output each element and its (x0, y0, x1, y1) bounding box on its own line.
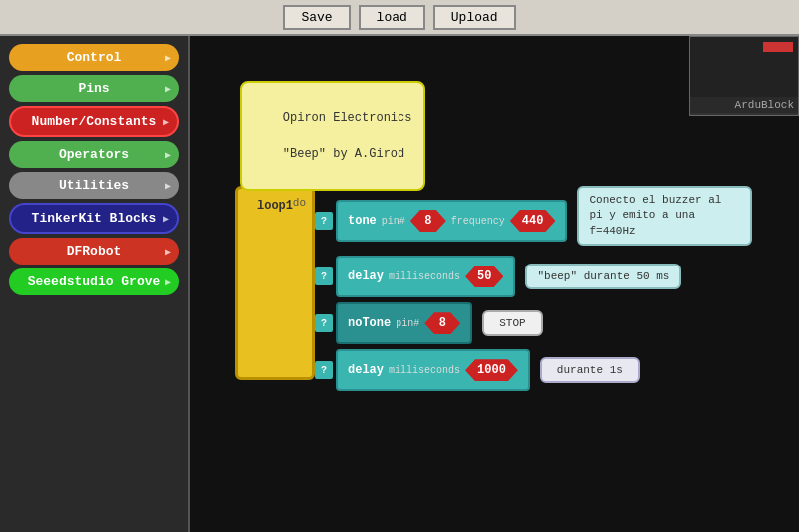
toolbar: Save load Upload (0, 0, 799, 36)
sidebar-item-tinkerkit[interactable]: TinkerKit Blocks (9, 203, 179, 234)
sidebar-item-operators[interactable]: Operators (9, 141, 179, 168)
notone-pin-value[interactable]: 8 (424, 312, 460, 334)
notone-label: noTone (348, 316, 391, 330)
notone-question[interactable]: ? (315, 314, 333, 332)
sidebar-item-numconstants[interactable]: Number/Constants (9, 106, 179, 137)
delay1-block[interactable]: delay milliseconds 50 (336, 256, 515, 297)
load-button[interactable]: load (359, 5, 425, 30)
tone-freq-value[interactable]: 440 (510, 210, 556, 232)
sidebar-item-control[interactable]: Control (9, 44, 179, 71)
delay2-block[interactable]: delay milliseconds 1000 (336, 349, 530, 391)
sidebar-item-utilities[interactable]: Utilities (9, 172, 179, 199)
delay1-ms-value[interactable]: 50 (465, 266, 503, 287)
sidebar-item-seeed[interactable]: Seeedstudio Grove (9, 268, 179, 295)
delay2-row: ? delay milliseconds 1000 durante 1s (315, 349, 752, 391)
notone-block[interactable]: noTone pin# 8 (336, 302, 472, 344)
delay2-ms-value[interactable]: 1000 (465, 359, 518, 381)
delay1-ms-label: milliseconds (389, 271, 460, 282)
notone-pin-label: pin# (396, 318, 419, 329)
tone-row: ? tone pin# 8 frequency 440 Conecto el b… (315, 191, 752, 251)
notone-row: ? noTone pin# 8 STOP (315, 302, 752, 344)
loop-name-label: loop1 (257, 199, 293, 213)
tone-freq-label: frequency (451, 216, 505, 227)
loop-block[interactable]: do loop1 (235, 186, 315, 380)
delay2-ms-label: milliseconds (389, 365, 460, 376)
comment-block[interactable]: Opiron Electronics "Beep" by A.Girod (240, 81, 425, 191)
tone-pin-label: pin# (382, 216, 405, 227)
delay1-row: ? delay milliseconds 50 "beep" durante 5… (315, 256, 752, 297)
delay1-question[interactable]: ? (315, 267, 333, 285)
delay2-balloon: durante 1s (540, 357, 640, 383)
delay1-label: delay (348, 269, 384, 283)
sidebar: Control Pins Number/Constants Operators … (0, 36, 190, 532)
loop-do-label: do (293, 197, 306, 209)
preview-canvas (690, 37, 798, 97)
tone-question[interactable]: ? (315, 212, 333, 230)
ardublock-preview: ArduBlock (689, 36, 799, 116)
delay2-label: delay (348, 363, 384, 377)
upload-button[interactable]: Upload (433, 5, 516, 30)
ardublock-label: ArduBlock (690, 97, 798, 113)
tone-balloon: Conecto el buzzer al pi y emito a una f=… (577, 186, 752, 246)
notone-balloon: STOP (482, 310, 542, 336)
save-button[interactable]: Save (283, 5, 350, 30)
sidebar-item-pins[interactable]: Pins (9, 75, 179, 102)
delay1-balloon: "beep" durante 50 ms (525, 264, 681, 289)
sidebar-item-dfrobot[interactable]: DFRobot (9, 238, 179, 265)
tone-pin-value[interactable]: 8 (410, 210, 446, 232)
delay2-question[interactable]: ? (315, 361, 333, 379)
tone-label: tone (348, 214, 377, 228)
tone-block[interactable]: tone pin# 8 frequency 440 (336, 200, 567, 242)
